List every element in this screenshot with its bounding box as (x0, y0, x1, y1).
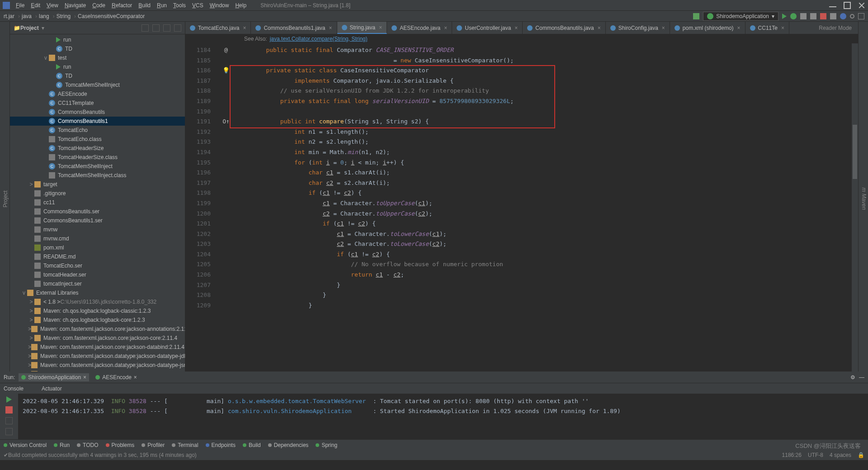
code-line[interactable]: public int compare(String s1, String s2)… (234, 117, 858, 127)
up-stack-button[interactable] (5, 417, 13, 424)
tree-item[interactable]: cc11 (10, 198, 185, 207)
code-line[interactable]: implements Comparator, java.io.Serializa… (234, 76, 858, 86)
editor-scrollbar[interactable] (852, 43, 858, 371)
bottom-tool-todo[interactable]: TODO (77, 442, 98, 448)
breadcrumb-item[interactable]: CaseInsensitiveComparator (78, 13, 145, 19)
code-line[interactable]: char c1 = s1.charAt(i); (234, 168, 858, 178)
tree-twisty[interactable]: > (28, 371, 31, 371)
reader-mode-toggle[interactable]: Reader Mode (812, 25, 858, 31)
tree-item[interactable]: CTD (10, 44, 185, 53)
code-line[interactable]: // use serialVersionUID from JDK 1.2.2 f… (234, 86, 858, 96)
tree-item[interactable]: > Maven: com.fasterxml.jackson.core:jack… (10, 343, 185, 352)
bottom-tool-endpoints[interactable]: Endpoints (206, 442, 236, 448)
menu-window[interactable]: Window (207, 2, 232, 9)
code-line[interactable]: c2 = Character.toUpperCase(c2); (234, 209, 858, 219)
tree-item[interactable]: CTD (10, 71, 185, 80)
expand-all-button[interactable] (152, 24, 160, 32)
coverage-button[interactable] (800, 13, 807, 19)
menu-view[interactable]: View (43, 2, 61, 9)
tree-twisty[interactable]: v (42, 55, 49, 61)
editor-tab[interactable]: UserController.java × (452, 22, 523, 34)
tree-item[interactable]: tomcatInject.ser (10, 279, 185, 288)
code-line[interactable]: = new CaseInsensitiveComparator(); (234, 56, 858, 66)
tree-item[interactable]: CCC11Template (10, 99, 185, 108)
breadcrumb-item[interactable]: lang (39, 13, 49, 19)
tree-item[interactable]: TomcatEcho.ser (10, 261, 185, 270)
code-line[interactable]: if (c1 != c2) { (234, 249, 858, 260)
bottom-tool-run[interactable]: Run (54, 442, 70, 448)
debug-button[interactable] (790, 13, 797, 19)
tree-item[interactable]: CTomcatMemShellInject (10, 162, 185, 171)
close-tab-icon[interactable]: × (514, 25, 518, 31)
close-tab-icon[interactable]: × (444, 25, 447, 31)
tree-twisty[interactable]: v (21, 290, 27, 296)
code-line[interactable]: if (c1 != c2) { (234, 219, 858, 229)
code-line[interactable]: } (234, 290, 858, 301)
close-tab-icon[interactable]: × (598, 25, 601, 31)
hide-run-panel-button[interactable]: — (859, 374, 864, 381)
editor-tab[interactable]: CommonsBeanutils.java × (523, 22, 605, 34)
tree-item[interactable]: mvnw (10, 225, 185, 234)
tree-item[interactable]: > target (10, 180, 185, 189)
avatar-icon[interactable] (840, 13, 846, 19)
code-content[interactable]: public static final Comparator CASE_INSE… (234, 43, 858, 371)
settings-icon[interactable] (858, 13, 864, 19)
tree-item[interactable]: > Maven: com.fasterxml.jackson.core:jack… (10, 324, 185, 334)
tree-item[interactable]: CTomcatHeaderSize (10, 144, 185, 153)
editor-tab[interactable]: String.java × (337, 22, 387, 34)
caret-position[interactable]: 1186:26 (782, 452, 802, 458)
tree-item[interactable]: CommonsBeanutils1.ser (10, 216, 185, 225)
menu-refactor[interactable]: Refactor (108, 2, 135, 9)
menu-help[interactable]: Help (232, 2, 250, 9)
run-config-selector[interactable]: ShirodemoApplication ▾ (703, 12, 778, 21)
bottom-tool-terminal[interactable]: Terminal (172, 442, 198, 448)
close-tab-icon[interactable]: × (329, 25, 332, 31)
window-maximize-button[interactable] (844, 2, 851, 9)
bottom-tool-dependencies[interactable]: Dependencies (268, 442, 309, 448)
tree-item[interactable]: > Maven: com.fasterxml.jackson.core:jack… (10, 334, 185, 343)
update-button[interactable] (830, 13, 836, 19)
code-line[interactable]: private static final long serialVersionU… (234, 96, 858, 107)
tree-item[interactable]: CCommonsBeanutils (10, 108, 185, 117)
tree-item[interactable]: tomcatHeader.ser (10, 270, 185, 279)
search-everywhere-icon[interactable] (850, 14, 854, 19)
select-opened-file-button[interactable] (142, 24, 149, 32)
tree-twisty[interactable]: > (28, 181, 34, 188)
close-tab-icon[interactable]: × (781, 25, 784, 31)
project-tree[interactable]: run CTD v test run CTD (10, 34, 185, 371)
bottom-tool-spring[interactable]: Spring (316, 442, 337, 448)
gutter-annotation[interactable]: 💡 (218, 66, 234, 76)
close-tab-icon[interactable]: × (83, 374, 86, 381)
tree-item[interactable]: CommonsBeanutils.ser (10, 207, 185, 216)
profile-button[interactable] (810, 13, 816, 19)
tree-item[interactable]: CTomcatEcho (10, 126, 185, 135)
tree-item[interactable]: CTomcatMemShellInject (10, 80, 185, 89)
run-panel-settings-icon[interactable]: ⚙ (850, 374, 855, 381)
menu-code[interactable]: Code (89, 2, 108, 9)
tree-item[interactable]: README.md (10, 252, 185, 261)
close-tab-icon[interactable]: × (134, 374, 137, 381)
tree-twisty[interactable]: > (28, 317, 34, 323)
tree-item[interactable]: TomcatEcho.class (10, 135, 185, 144)
stop-button[interactable] (820, 13, 826, 19)
editor-tab[interactable]: TomcatEcho.java × (185, 22, 251, 34)
project-tool-tab[interactable]: Project (1, 26, 9, 371)
code-line[interactable] (234, 107, 858, 117)
hide-panel-button[interactable] (174, 24, 181, 32)
gutter-annotation[interactable]: @ (218, 45, 234, 56)
code-line[interactable]: // No overflow because of numeric promot… (234, 259, 858, 270)
run-subtab[interactable]: Actuator (42, 385, 62, 392)
window-close-button[interactable] (858, 2, 865, 9)
close-tab-icon[interactable]: × (737, 25, 741, 31)
editor-tab[interactable]: CommonsBeanutils1.java × (251, 22, 337, 34)
tree-item[interactable]: TomcatMemShellInject.class (10, 171, 185, 180)
stop-process-button[interactable] (5, 406, 13, 414)
rerun-button[interactable] (6, 396, 12, 403)
breadcrumb-item[interactable]: java (22, 13, 32, 19)
run-tab[interactable]: AESEncode × (93, 373, 140, 381)
down-stack-button[interactable] (5, 428, 13, 435)
tree-item[interactable]: run (10, 62, 185, 71)
code-line[interactable]: c2 = Character.toLowerCase(c2); (234, 239, 858, 249)
readonly-lock-icon[interactable]: 🔒 (858, 452, 864, 458)
menu-vcs[interactable]: VCS (189, 2, 207, 9)
